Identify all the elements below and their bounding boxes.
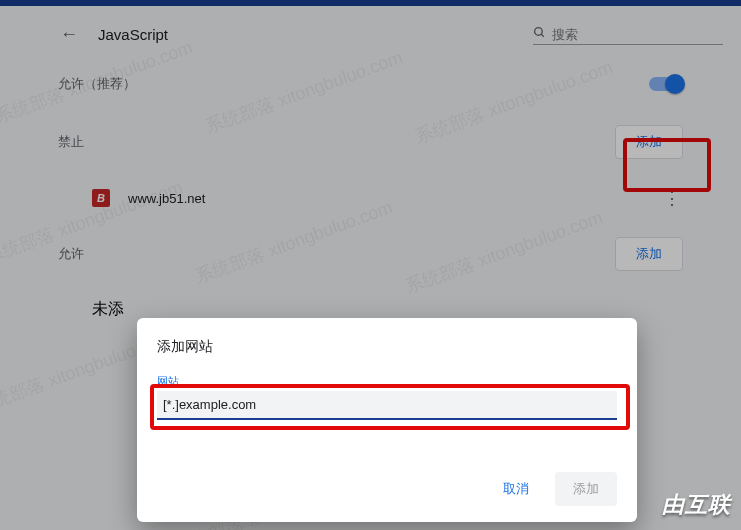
blocked-site-url: www.jb51.net	[128, 191, 205, 206]
search-input[interactable]	[552, 27, 723, 42]
block-add-button[interactable]: 添加	[615, 125, 683, 159]
site-field-label: 网站	[157, 374, 617, 389]
allow-empty-text: 未添	[92, 299, 124, 320]
dialog-confirm-button[interactable]: 添加	[555, 472, 617, 506]
allow-label: 允许	[58, 245, 84, 263]
page-header: ← JavaScript	[18, 6, 723, 59]
allow-toggle[interactable]	[649, 77, 683, 91]
block-section-header: 禁止 添加	[58, 109, 683, 175]
search-icon	[533, 26, 546, 42]
blocked-site-row: B www.jb51.net ⋮	[58, 175, 683, 221]
search-field[interactable]	[533, 24, 723, 45]
allow-recommend-row: 允许（推荐）	[58, 59, 683, 109]
add-site-dialog: 添加网站 网站 取消 添加	[137, 318, 637, 522]
brand-watermark: 由互联	[662, 490, 731, 520]
site-url-input[interactable]	[157, 391, 617, 420]
dialog-cancel-button[interactable]: 取消	[485, 472, 547, 506]
back-arrow-icon[interactable]: ←	[58, 24, 80, 45]
more-vert-icon[interactable]: ⋮	[661, 187, 683, 209]
dialog-title: 添加网站	[157, 338, 617, 356]
svg-point-0	[535, 28, 543, 36]
block-label: 禁止	[58, 133, 84, 151]
page-title: JavaScript	[98, 26, 168, 43]
site-favicon-icon: B	[92, 189, 110, 207]
allow-add-button[interactable]: 添加	[615, 237, 683, 271]
allow-section-header: 允许 添加	[58, 221, 683, 287]
svg-line-1	[541, 34, 544, 37]
allow-recommend-label: 允许（推荐）	[58, 75, 136, 93]
